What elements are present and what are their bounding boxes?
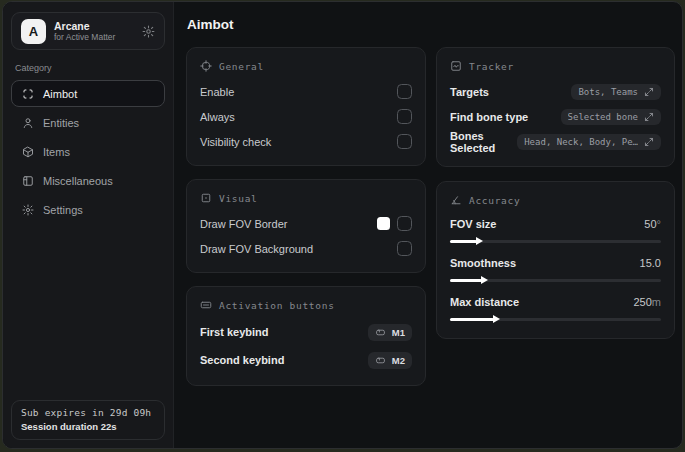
keyboard-icon	[200, 299, 212, 311]
gear-icon	[22, 204, 34, 216]
sidebar-item-aimbot[interactable]: Aimbot	[11, 80, 165, 107]
session-duration-text: Session duration 22s	[21, 421, 155, 432]
layout-icon	[22, 175, 34, 187]
general-card: General Enable Always Visibility check	[186, 47, 426, 166]
setting-label: Smoothness	[450, 257, 516, 269]
always-checkbox[interactable]	[397, 109, 412, 124]
sidebar-item-label: Aimbot	[43, 88, 77, 100]
bones-selected-dropdown[interactable]: Head, Neck, Body, Pe…	[517, 134, 661, 150]
card-title: Tracker	[469, 61, 514, 72]
slider-fill	[450, 240, 477, 243]
setting-row: Enable	[200, 80, 412, 103]
setting-row: Targets Bots, Teams	[450, 80, 661, 103]
max-distance-slider[interactable]	[450, 315, 661, 324]
sidebar-item-label: Settings	[43, 204, 83, 216]
setting-label: Find bone type	[450, 111, 528, 123]
sidebar: A Arcane for Active Matter Category	[3, 2, 174, 448]
value-number: 250	[633, 296, 651, 308]
setting-label: Targets	[450, 86, 489, 98]
setting-label: Second keybind	[200, 354, 284, 366]
setting-row: Second keybind M2	[200, 347, 412, 373]
targets-dropdown[interactable]: Bots, Teams	[571, 84, 661, 100]
setting-row: Max distance 250m	[450, 292, 661, 324]
slider-value: 15.0	[640, 257, 661, 269]
value-unit: m	[652, 296, 661, 308]
expand-icon	[644, 112, 654, 122]
smoothness-slider[interactable]	[450, 276, 661, 285]
sidebar-item-miscellaneous[interactable]: Miscellaneous	[11, 167, 165, 194]
setting-row: Draw FOV Border	[200, 212, 412, 235]
main-panel: Aimbot General Enable	[174, 2, 683, 448]
brand-subtitle: for Active Matter	[54, 33, 115, 43]
cube-icon	[22, 146, 34, 158]
dropdown-value: Selected bone	[568, 112, 638, 122]
draw-fov-border-checkbox[interactable]	[397, 216, 412, 231]
setting-row: Visibility check	[200, 130, 412, 153]
draw-fov-background-checkbox[interactable]	[397, 241, 412, 256]
second-keybind-button[interactable]: M2	[368, 352, 412, 369]
first-keybind-button[interactable]: M1	[368, 324, 412, 341]
slider-fill	[450, 279, 482, 282]
setting-label: Always	[200, 111, 235, 123]
find-bone-type-dropdown[interactable]: Selected bone	[561, 109, 661, 125]
setting-row: Always	[200, 105, 412, 128]
gear-icon[interactable]	[142, 25, 155, 38]
card-title: General	[219, 61, 264, 72]
tracker-card: Tracker Targets Bots, Teams	[436, 47, 675, 167]
setting-row: FOV size 50°	[450, 214, 661, 246]
brand-text: Arcane for Active Matter	[54, 20, 115, 43]
mouse-icon	[375, 327, 386, 338]
sidebar-item-settings[interactable]: Settings	[11, 196, 165, 223]
fov-size-slider[interactable]	[450, 237, 661, 246]
setting-row: Draw FOV Background	[200, 237, 412, 260]
setting-row: Find bone type Selected bone	[450, 105, 661, 128]
slider-value: 250m	[633, 296, 661, 308]
slider-fill	[450, 318, 494, 321]
activation-buttons-card: Activation buttons First keybind M1	[186, 286, 426, 386]
page-title: Aimbot	[187, 17, 675, 32]
setting-row: First keybind M1	[200, 319, 412, 345]
setting-label: FOV size	[450, 218, 496, 230]
setting-row: Smoothness 15.0	[450, 253, 661, 285]
value-unit: °	[657, 218, 661, 230]
keybind-value: M2	[392, 355, 405, 366]
setting-label: Visibility check	[200, 136, 271, 148]
tracker-icon	[450, 60, 462, 72]
brand-box: A Arcane for Active Matter	[11, 12, 165, 50]
setting-label: Draw FOV Border	[200, 218, 287, 230]
sidebar-item-entities[interactable]: Entities	[11, 109, 165, 136]
value-number: 15.0	[640, 257, 661, 269]
brand-name: Arcane	[54, 20, 115, 32]
expand-icon	[644, 87, 654, 97]
subscription-info: Sub expires in 29d 09h Session duration …	[11, 400, 165, 440]
brand-logo: A	[21, 19, 46, 44]
crosshair-icon	[200, 60, 212, 72]
slider-thumb[interactable]	[493, 315, 500, 323]
slider-thumb[interactable]	[476, 237, 483, 245]
category-label: Category	[15, 63, 161, 73]
visual-card: Visual Draw FOV Border Draw FOV Backgrou…	[186, 179, 426, 273]
value-number: 50	[644, 218, 656, 230]
enable-checkbox[interactable]	[397, 84, 412, 99]
sidebar-item-label: Entities	[43, 117, 79, 129]
setting-label: Bones Selected	[450, 130, 517, 154]
scan-icon	[22, 88, 34, 100]
setting-label: Enable	[200, 86, 234, 98]
sidebar-item-items[interactable]: Items	[11, 138, 165, 165]
setting-row: Bones Selected Head, Neck, Body, Pe…	[450, 130, 661, 154]
angle-icon	[450, 194, 462, 206]
frame-icon	[200, 192, 212, 204]
dropdown-value: Bots, Teams	[578, 87, 638, 97]
slider-value: 50°	[644, 218, 661, 230]
card-title: Accuracy	[469, 195, 520, 206]
category-nav: Aimbot Entities Items	[11, 80, 165, 223]
setting-label: Draw FOV Background	[200, 243, 313, 255]
card-title: Visual	[219, 193, 258, 204]
setting-label: First keybind	[200, 326, 268, 338]
fov-border-color-swatch[interactable]	[377, 217, 390, 230]
card-title: Activation buttons	[219, 300, 335, 311]
slider-thumb[interactable]	[481, 276, 488, 284]
setting-label: Max distance	[450, 296, 519, 308]
app-window: A Arcane for Active Matter Category	[2, 1, 683, 449]
visibility-check-checkbox[interactable]	[397, 134, 412, 149]
